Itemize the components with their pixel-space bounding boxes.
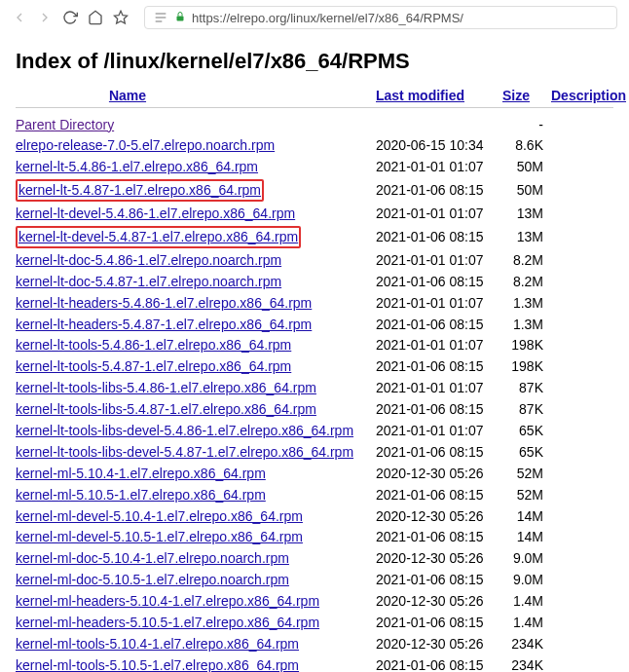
modified-cell: 2021-01-06 08:15 xyxy=(376,656,502,672)
parent-directory-link[interactable]: Parent Directory xyxy=(16,117,114,132)
file-link[interactable]: kernel-lt-devel-5.4.87-1.el7.elrepo.x86_… xyxy=(18,229,298,244)
modified-cell: 2020-12-30 05:26 xyxy=(376,465,502,483)
reader-icon xyxy=(153,10,168,25)
size-cell: 50M xyxy=(502,181,543,200)
modified-cell: 2021-01-06 08:15 xyxy=(376,228,502,246)
sort-modified-link[interactable]: Last modified xyxy=(376,88,464,103)
modified-cell: 2021-01-06 08:15 xyxy=(376,316,502,334)
size-cell: 87K xyxy=(502,379,543,397)
sort-description-link[interactable]: Description xyxy=(551,88,626,103)
file-link[interactable]: kernel-ml-doc-5.10.4-1.el7.elrepo.noarch… xyxy=(16,550,289,566)
file-link[interactable]: kernel-lt-doc-5.4.87-1.el7.elrepo.noarch… xyxy=(16,274,281,289)
modified-cell: 2021-01-06 08:15 xyxy=(376,571,502,589)
file-row: kernel-ml-headers-5.10.5-1.el7.elrepo.x8… xyxy=(16,612,613,633)
browser-toolbar: https://elrepo.org/linux/kernel/el7/x86_… xyxy=(0,0,629,35)
modified-cell: 2021-01-01 01:07 xyxy=(376,205,502,223)
modified-cell: 2021-01-06 08:15 xyxy=(376,357,502,376)
home-button[interactable] xyxy=(88,10,103,25)
reload-button[interactable] xyxy=(62,10,78,25)
size-cell: 52M xyxy=(502,486,543,504)
file-link[interactable]: kernel-ml-tools-5.10.4-1.el7.elrepo.x86_… xyxy=(16,636,299,652)
file-link[interactable]: kernel-lt-headers-5.4.87-1.el7.elrepo.x8… xyxy=(16,317,312,332)
size-cell: 65K xyxy=(502,422,543,440)
file-row: kernel-ml-headers-5.10.4-1.el7.elrepo.x8… xyxy=(16,591,613,613)
size-cell: 87K xyxy=(502,400,543,419)
file-row: kernel-ml-doc-5.10.5-1.el7.elrepo.noarch… xyxy=(16,570,613,591)
file-row: kernel-ml-5.10.5-1.el7.elrepo.x86_64.rpm… xyxy=(16,484,613,505)
size-cell: 13M xyxy=(502,228,543,246)
size-cell: 1.4M xyxy=(502,614,543,632)
modified-cell: 2020-12-30 05:26 xyxy=(376,507,502,526)
modified-cell: 2021-01-06 08:15 xyxy=(376,614,502,632)
size-cell: 8.2M xyxy=(502,273,543,291)
size-cell: 198K xyxy=(502,336,543,355)
modified-cell: 2021-01-06 08:15 xyxy=(376,181,502,200)
size-cell: 52M xyxy=(502,465,543,483)
size-cell: 234K xyxy=(502,656,543,672)
file-link[interactable]: kernel-lt-tools-libs-devel-5.4.86-1.el7.… xyxy=(16,423,353,438)
modified-cell: 2020-06-15 10:34 xyxy=(376,136,502,155)
url-text: https://elrepo.org/linux/kernel/el7/x86_… xyxy=(192,11,463,25)
size-cell: 198K xyxy=(502,357,543,376)
file-link[interactable]: kernel-ml-tools-5.10.5-1.el7.elrepo.x86_… xyxy=(16,657,299,672)
file-link[interactable]: kernel-ml-headers-5.10.5-1.el7.elrepo.x8… xyxy=(16,615,319,630)
highlight-box: kernel-lt-5.4.87-1.el7.elrepo.x86_64.rpm xyxy=(16,179,264,202)
file-link[interactable]: kernel-ml-doc-5.10.5-1.el7.elrepo.noarch… xyxy=(16,572,289,587)
modified-cell: 2021-01-01 01:07 xyxy=(376,336,502,355)
header-row: Name Last modified Size Description xyxy=(16,88,613,108)
file-row: kernel-ml-devel-5.10.5-1.el7.elrepo.x86_… xyxy=(16,527,613,548)
file-link[interactable]: kernel-lt-5.4.86-1.el7.elrepo.x86_64.rpm xyxy=(16,159,258,174)
parent-directory-row: Parent Directory - xyxy=(16,114,613,135)
file-row: kernel-lt-5.4.87-1.el7.elrepo.x86_64.rpm… xyxy=(16,178,613,204)
address-bar[interactable]: https://elrepo.org/linux/kernel/el7/x86_… xyxy=(144,6,617,29)
modified-cell: 2021-01-01 01:07 xyxy=(376,379,502,397)
size-cell: 13M xyxy=(502,205,543,223)
file-link[interactable]: kernel-ml-5.10.4-1.el7.elrepo.x86_64.rpm xyxy=(16,466,266,481)
size-cell: 65K xyxy=(502,443,543,462)
file-row: kernel-lt-headers-5.4.86-1.el7.elrepo.x8… xyxy=(16,292,613,314)
file-link[interactable]: kernel-ml-devel-5.10.5-1.el7.elrepo.x86_… xyxy=(16,529,303,544)
sort-size-link[interactable]: Size xyxy=(502,88,530,103)
file-link[interactable]: kernel-lt-headers-5.4.86-1.el7.elrepo.x8… xyxy=(16,295,312,311)
file-link[interactable]: kernel-ml-5.10.5-1.el7.elrepo.x86_64.rpm xyxy=(16,487,266,503)
size-cell: 50M xyxy=(502,158,543,176)
file-link[interactable]: kernel-ml-headers-5.10.4-1.el7.elrepo.x8… xyxy=(16,593,319,609)
modified-cell: 2021-01-06 08:15 xyxy=(376,443,502,462)
file-row: kernel-lt-doc-5.4.86-1.el7.elrepo.noarch… xyxy=(16,249,613,271)
file-row: kernel-ml-tools-5.10.4-1.el7.elrepo.x86_… xyxy=(16,633,613,654)
file-row: kernel-ml-tools-5.10.5-1.el7.elrepo.x86_… xyxy=(16,654,613,672)
file-row: kernel-ml-devel-5.10.4-1.el7.elrepo.x86_… xyxy=(16,505,613,527)
bookmark-button[interactable] xyxy=(113,10,129,25)
size-cell: 14M xyxy=(502,528,543,546)
file-link[interactable]: kernel-lt-devel-5.4.86-1.el7.elrepo.x86_… xyxy=(16,205,295,221)
file-row: kernel-lt-tools-libs-devel-5.4.86-1.el7.… xyxy=(16,420,613,441)
size-cell: 8.2M xyxy=(502,251,543,270)
file-row: kernel-lt-devel-5.4.86-1.el7.elrepo.x86_… xyxy=(16,204,613,225)
modified-cell: 2021-01-01 01:07 xyxy=(376,294,502,313)
file-link[interactable]: kernel-lt-doc-5.4.86-1.el7.elrepo.noarch… xyxy=(16,252,281,268)
back-button[interactable] xyxy=(12,10,27,25)
size-cell: 9.0M xyxy=(502,571,543,589)
file-link[interactable]: kernel-lt-5.4.87-1.el7.elrepo.x86_64.rpm xyxy=(18,182,261,198)
file-row: kernel-lt-tools-libs-5.4.87-1.el7.elrepo… xyxy=(16,399,613,421)
file-link[interactable]: kernel-lt-tools-5.4.87-1.el7.elrepo.x86_… xyxy=(16,358,291,374)
page-title: Index of /linux/kernel/el7/x86_64/RPMS xyxy=(16,49,613,74)
file-link[interactable]: kernel-lt-tools-libs-5.4.86-1.el7.elrepo… xyxy=(16,380,316,395)
forward-button[interactable] xyxy=(37,10,53,25)
file-link[interactable]: kernel-lt-tools-libs-devel-5.4.87-1.el7.… xyxy=(16,444,353,460)
file-row: kernel-lt-tools-5.4.86-1.el7.elrepo.x86_… xyxy=(16,335,613,356)
modified-cell: 2020-12-30 05:26 xyxy=(376,592,502,611)
file-link[interactable]: elrepo-release-7.0-5.el7.elrepo.noarch.r… xyxy=(16,137,275,153)
file-row: kernel-lt-5.4.86-1.el7.elrepo.x86_64.rpm… xyxy=(16,157,613,178)
size-cell: 1.3M xyxy=(502,316,543,334)
modified-cell: 2021-01-06 08:15 xyxy=(376,273,502,291)
modified-cell: 2021-01-06 08:15 xyxy=(376,400,502,419)
size-cell: 234K xyxy=(502,635,543,653)
sort-name-link[interactable]: Name xyxy=(109,88,146,103)
file-link[interactable]: kernel-lt-tools-libs-5.4.87-1.el7.elrepo… xyxy=(16,401,316,417)
file-link[interactable]: kernel-ml-devel-5.10.4-1.el7.elrepo.x86_… xyxy=(16,508,303,524)
size-cell: 9.0M xyxy=(502,549,543,568)
modified-cell: 2021-01-01 01:07 xyxy=(376,158,502,176)
file-link[interactable]: kernel-lt-tools-5.4.86-1.el7.elrepo.x86_… xyxy=(16,337,291,353)
highlight-box: kernel-lt-devel-5.4.87-1.el7.elrepo.x86_… xyxy=(16,226,301,248)
